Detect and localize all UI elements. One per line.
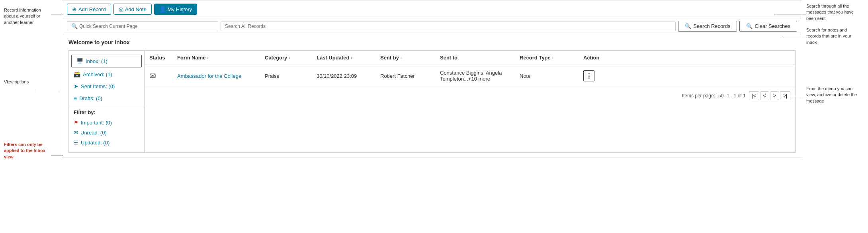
sort-icon-record-type[interactable]: ↕ bbox=[552, 55, 554, 60]
search-all-container bbox=[221, 22, 676, 31]
filter-unread-label: Unread: (0) bbox=[80, 130, 107, 136]
annotation-filters: Filters can only be applied to the Inbox… bbox=[4, 142, 50, 160]
main-content: Welcome to your Inbox 🖥️ Inbox: (1) 🗃️ A… bbox=[62, 34, 802, 158]
clear-icon: 🔍 bbox=[746, 23, 753, 29]
sent-label: Sent Items: (0) bbox=[81, 83, 115, 89]
annotation-record-info: Record information about a yourself or a… bbox=[4, 7, 50, 26]
page-next-button[interactable]: > bbox=[770, 91, 779, 100]
annotation-search-sent: Search through all the messages that you… bbox=[806, 3, 862, 22]
history-icon: 👤 bbox=[159, 6, 166, 12]
filter-updated-label: Updated: (0) bbox=[81, 140, 109, 146]
filter-title: Filter by: bbox=[74, 109, 139, 115]
annotation-action-menu: From the menu you can view, archive or d… bbox=[806, 86, 862, 104]
inbox-icon: 🖥️ bbox=[76, 58, 83, 64]
quick-search-input[interactable] bbox=[79, 24, 214, 29]
inbox-label: Inbox: (1) bbox=[86, 58, 108, 64]
flag-icon: ⚑ bbox=[74, 120, 78, 126]
sidebar-item-drafts[interactable]: ≡ Drafts: (0) bbox=[69, 92, 144, 104]
search-bar: 🔍 🔍 Search Records 🔍 Clear Searches bbox=[62, 18, 802, 34]
page-prev-button[interactable]: < bbox=[760, 91, 769, 100]
col-record-type: Record Type ↕ bbox=[520, 55, 583, 61]
page-first-button[interactable]: |< bbox=[749, 91, 759, 100]
col-category: Category ↕ bbox=[265, 55, 317, 61]
connector-line-6 bbox=[782, 96, 806, 96]
sort-icon-updated[interactable]: ↕ bbox=[350, 55, 352, 60]
unread-icon: ✉ bbox=[74, 130, 78, 136]
form-name-link[interactable]: Ambassador for the College bbox=[177, 73, 241, 79]
connector-line-2 bbox=[37, 90, 59, 90]
sort-icon-sent-by[interactable]: ↕ bbox=[400, 55, 402, 60]
note-icon: ◎ bbox=[119, 6, 123, 12]
sidebar: 🖥️ Inbox: (1) 🗃️ Archived: (1) ➤ Sent It… bbox=[69, 51, 145, 152]
table-header: Status Form Name ↕ Category ↕ Last Updat… bbox=[145, 51, 795, 65]
col-status: Status bbox=[149, 55, 177, 61]
cell-record-type: Note bbox=[520, 73, 583, 79]
search-records-icon: 🔍 bbox=[685, 23, 691, 29]
annotation-search-inbox: Search for notes and records that are in… bbox=[806, 27, 862, 45]
cell-last-updated: 30/10/2022 23:09 bbox=[317, 73, 380, 79]
filter-updated[interactable]: ☰ Updated: (0) bbox=[74, 138, 139, 148]
pagination: Items per page: 50 1 - 1 of 1 |< < > >| bbox=[145, 87, 795, 104]
cell-form-name: Ambassador for the College bbox=[177, 73, 265, 79]
cell-status: ✉ bbox=[149, 71, 177, 81]
drafts-icon: ≡ bbox=[74, 95, 77, 101]
sidebar-item-sent[interactable]: ➤ Sent Items: (0) bbox=[69, 80, 144, 92]
welcome-title: Welcome to your Inbox bbox=[68, 39, 796, 45]
annotation-view-options: View options bbox=[4, 79, 29, 85]
envelope-icon: ✉ bbox=[149, 71, 156, 80]
cell-sent-by: Robert Fatcher bbox=[380, 73, 440, 79]
table-area: Status Form Name ↕ Category ↕ Last Updat… bbox=[145, 51, 795, 152]
connector-line-5 bbox=[782, 36, 806, 36]
content-body: 🖥️ Inbox: (1) 🗃️ Archived: (1) ➤ Sent It… bbox=[68, 50, 796, 153]
my-history-button[interactable]: 👤 My History bbox=[154, 4, 197, 15]
sort-icon-category[interactable]: ↕ bbox=[288, 55, 290, 60]
search-all-input[interactable] bbox=[225, 24, 671, 29]
table-row: ✉ Ambassador for the College Praise 30/1… bbox=[145, 65, 795, 87]
quick-search-container: 🔍 bbox=[67, 21, 218, 31]
filter-unread[interactable]: ✉ Unread: (0) bbox=[74, 128, 139, 138]
archived-icon: 🗃️ bbox=[74, 71, 80, 77]
plus-icon: ⊕ bbox=[72, 6, 77, 12]
sent-icon: ➤ bbox=[74, 83, 78, 89]
col-form-name: Form Name ↕ bbox=[177, 55, 265, 61]
col-sent-by: Sent by ↕ bbox=[380, 55, 440, 61]
col-action: Action bbox=[583, 55, 631, 61]
quick-search-icon: 🔍 bbox=[71, 23, 78, 29]
sidebar-item-archived[interactable]: 🗃️ Archived: (1) bbox=[69, 68, 144, 80]
cell-action: ⋮ bbox=[583, 70, 631, 81]
sidebar-item-inbox[interactable]: 🖥️ Inbox: (1) bbox=[71, 55, 142, 67]
toolbar: ⊕ Add Record ◎ Add Note 👤 My History bbox=[62, 0, 802, 18]
action-menu-button[interactable]: ⋮ bbox=[583, 70, 594, 81]
col-sent-to: Sent to bbox=[440, 55, 520, 61]
connector-line-1 bbox=[51, 14, 63, 14]
filter-important[interactable]: ⚑ Important: (0) bbox=[74, 118, 139, 128]
col-last-updated: Last Updated ↕ bbox=[317, 55, 380, 61]
cell-category: Praise bbox=[265, 73, 317, 79]
filter-section: Filter by: ⚑ Important: (0) ✉ Unread: (0… bbox=[69, 106, 144, 149]
connector-line-4 bbox=[774, 14, 806, 14]
drafts-label: Drafts: (0) bbox=[79, 95, 102, 101]
sort-icon-form[interactable]: ↕ bbox=[207, 55, 209, 60]
archived-label: Archived: (1) bbox=[83, 71, 112, 77]
clear-searches-button[interactable]: 🔍 Clear Searches bbox=[739, 21, 797, 32]
updated-icon: ☰ bbox=[74, 140, 78, 146]
search-records-button[interactable]: 🔍 Search Records bbox=[678, 21, 737, 32]
items-per-page-label: Items per page: bbox=[682, 93, 715, 99]
items-per-page-value: 50 bbox=[718, 93, 723, 99]
add-note-button[interactable]: ◎ Add Note bbox=[113, 4, 152, 15]
connector-line-3 bbox=[51, 156, 63, 156]
pagination-range: 1 - 1 of 1 bbox=[727, 93, 745, 99]
filter-important-label: Important: (0) bbox=[81, 120, 112, 126]
cell-sent-to: Constance Biggins, Angela Templeton...+1… bbox=[440, 70, 520, 82]
add-record-button[interactable]: ⊕ Add Record bbox=[67, 4, 111, 15]
